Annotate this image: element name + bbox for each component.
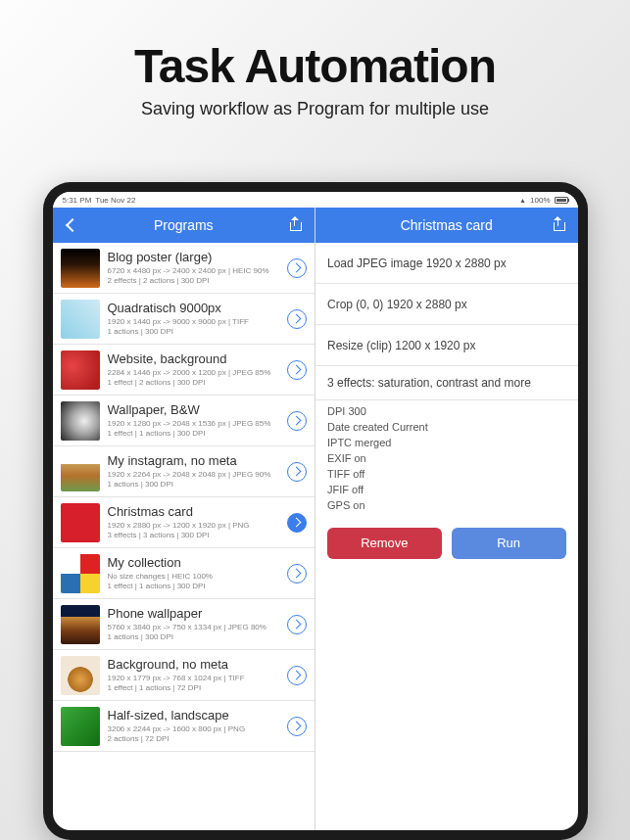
program-thumbnail: [61, 300, 100, 339]
share-icon: [289, 217, 301, 231]
program-subtitle: 5760 x 3840 px -> 750 x 1334 px | JPEG 8…: [108, 623, 280, 642]
chevron-left-icon: [65, 218, 78, 232]
program-thumbnail: [61, 452, 100, 491]
program-subtitle: 1920 x 2880 px -> 1200 x 1920 px | PNG 3…: [108, 521, 280, 540]
program-title: Wallpaper, B&W: [108, 402, 280, 417]
back-button[interactable]: [63, 217, 82, 233]
metadata-line: JFIF off: [327, 483, 566, 498]
program-text: Phone wallpaper5760 x 3840 px -> 750 x 1…: [108, 606, 280, 642]
program-subtitle: 6720 x 4480 px -> 2400 x 2400 px | HEIC …: [108, 266, 280, 286]
run-button[interactable]: Run: [452, 528, 566, 559]
disclosure-button[interactable]: [287, 360, 307, 380]
step-crop[interactable]: Crop (0, 0) 1920 x 2880 px: [315, 284, 578, 325]
program-text: My instagram, no meta1920 x 2264 px -> 2…: [108, 453, 280, 490]
program-thumbnail: [61, 605, 100, 644]
program-text: Wallpaper, B&W1920 x 1280 px -> 2048 x 1…: [108, 402, 280, 439]
programs-navbar: Programs: [53, 208, 315, 243]
program-thumbnail: [61, 350, 100, 390]
remove-button[interactable]: Remove: [327, 528, 442, 559]
disclosure-button[interactable]: [287, 462, 307, 482]
program-row[interactable]: Background, no meta1920 x 1779 px -> 768…: [53, 650, 315, 701]
program-title: My instagram, no meta: [108, 453, 280, 468]
disclosure-button[interactable]: [287, 258, 307, 278]
program-title: Blog poster (large): [108, 250, 280, 264]
share-button-right[interactable]: [549, 217, 568, 234]
program-row[interactable]: Phone wallpaper5760 x 3840 px -> 750 x 1…: [53, 599, 315, 650]
programs-list[interactable]: Blog poster (large)6720 x 4480 px -> 240…: [53, 243, 315, 830]
programs-title: Programs: [82, 217, 286, 233]
program-text: Website, background2284 x 1446 px -> 200…: [108, 351, 280, 388]
program-row[interactable]: Wallpaper, B&W1920 x 1280 px -> 2048 x 1…: [53, 396, 315, 446]
status-time: 5:31 PM: [63, 196, 92, 205]
program-text: Blog poster (large)6720 x 4480 px -> 240…: [108, 250, 280, 286]
program-row[interactable]: Half-sized, landscape3206 x 2244 px -> 1…: [53, 701, 315, 752]
program-text: Background, no meta1920 x 1779 px -> 768…: [108, 657, 280, 693]
step-resize[interactable]: Resize (clip) 1200 x 1920 px: [315, 325, 578, 366]
program-title: Quadratisch 9000px: [108, 301, 280, 315]
program-row[interactable]: Website, background2284 x 1446 px -> 200…: [53, 345, 315, 396]
disclosure-button[interactable]: [287, 615, 307, 634]
detail-title: Christmas card: [345, 217, 549, 233]
disclosure-button[interactable]: [287, 666, 307, 685]
program-title: Website, background: [108, 351, 280, 366]
wifi-icon: [519, 196, 526, 205]
device-screen: 5:31 PM Tue Nov 22 100% Programs Blog po…: [53, 192, 578, 830]
disclosure-button[interactable]: [287, 564, 307, 583]
program-subtitle: 1920 x 1440 px -> 9000 x 9000 px | TIFF …: [108, 317, 280, 337]
effects-summary[interactable]: 3 effects: saturation, contrast and more: [315, 366, 578, 400]
program-thumbnail: [61, 707, 100, 746]
program-subtitle: No size changes | HEIC 100% 1 effect | 1…: [108, 572, 280, 591]
detail-navbar: Christmas card: [315, 208, 578, 243]
detail-pane: Christmas card Load JPEG image 1920 x 28…: [315, 208, 578, 830]
program-row[interactable]: My collectionNo size changes | HEIC 100%…: [53, 548, 315, 599]
battery-icon: [555, 197, 568, 204]
metadata-line: DPI 300: [327, 404, 566, 420]
promo-title: Task Automation: [0, 0, 630, 93]
status-bar: 5:31 PM Tue Nov 22 100%: [53, 192, 578, 208]
metadata-line: TIFF off: [327, 467, 566, 483]
program-title: Half-sized, landscape: [108, 708, 280, 723]
metadata-line: GPS on: [327, 498, 566, 514]
program-subtitle: 1920 x 1779 px -> 768 x 1024 px | TIFF 1…: [108, 674, 280, 693]
metadata-line: EXIF on: [327, 451, 566, 467]
metadata-line: IPTC merged: [327, 436, 566, 451]
program-row[interactable]: Christmas card1920 x 2880 px -> 1200 x 1…: [53, 497, 315, 548]
disclosure-button[interactable]: [287, 411, 307, 431]
program-text: Quadratisch 9000px1920 x 1440 px -> 9000…: [108, 301, 280, 337]
programs-pane: Programs Blog poster (large)6720 x 4480 …: [53, 208, 316, 830]
program-thumbnail: [61, 249, 100, 288]
share-icon: [553, 217, 564, 231]
program-subtitle: 3206 x 2244 px -> 1600 x 800 px | PNG 2 …: [108, 724, 280, 744]
disclosure-button[interactable]: [287, 717, 307, 736]
program-title: Phone wallpaper: [108, 606, 280, 621]
program-thumbnail: [61, 401, 100, 441]
program-text: Half-sized, landscape3206 x 2244 px -> 1…: [108, 708, 280, 744]
program-subtitle: 1920 x 2264 px -> 2048 x 2048 px | JPEG …: [108, 470, 280, 490]
program-text: Christmas card1920 x 2880 px -> 1200 x 1…: [108, 504, 280, 540]
disclosure-button[interactable]: [287, 309, 307, 329]
program-thumbnail: [61, 503, 100, 542]
device-frame: 5:31 PM Tue Nov 22 100% Programs Blog po…: [43, 182, 588, 840]
program-thumbnail: [61, 656, 100, 695]
share-button-left[interactable]: [285, 217, 305, 234]
program-thumbnail: [61, 554, 100, 593]
program-row[interactable]: Blog poster (large)6720 x 4480 px -> 240…: [53, 243, 315, 294]
program-title: Background, no meta: [108, 657, 280, 672]
program-row[interactable]: My instagram, no meta1920 x 2264 px -> 2…: [53, 446, 315, 497]
metadata-block: DPI 300Date created CurrentIPTC mergedEX…: [315, 400, 578, 524]
program-subtitle: 1920 x 1280 px -> 2048 x 1536 px | JPEG …: [108, 419, 280, 439]
promo-subtitle: Saving workflow as Program for multiple …: [0, 99, 630, 119]
program-row[interactable]: Quadratisch 9000px1920 x 1440 px -> 9000…: [53, 294, 315, 345]
program-text: My collectionNo size changes | HEIC 100%…: [108, 555, 280, 591]
program-subtitle: 2284 x 1446 px -> 2000 x 1200 px | JPEG …: [108, 368, 280, 388]
metadata-line: Date created Current: [327, 420, 566, 436]
program-title: Christmas card: [108, 504, 280, 519]
battery-label: 100%: [530, 196, 550, 205]
step-load[interactable]: Load JPEG image 1920 x 2880 px: [315, 243, 578, 284]
program-title: My collection: [108, 555, 280, 570]
status-date: Tue Nov 22: [95, 196, 135, 205]
disclosure-button[interactable]: [287, 513, 307, 533]
action-buttons: Remove Run: [315, 524, 578, 569]
